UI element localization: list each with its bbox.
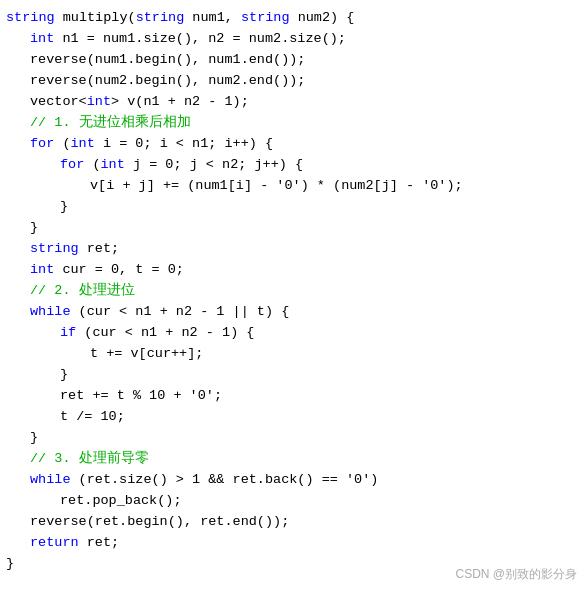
token-cmt: // 2. 处理进位 xyxy=(30,281,135,302)
code-line: string multiply(string num1, string num2… xyxy=(0,8,587,29)
token-kw: string xyxy=(241,8,290,29)
token-kw: for xyxy=(30,134,54,155)
token-kw: string xyxy=(136,8,185,29)
token-kw: while xyxy=(30,302,71,323)
code-line: // 2. 处理进位 xyxy=(0,281,587,302)
token-plain: ret.pop_back(); xyxy=(60,491,182,512)
token-plain: > v(n1 + n2 - 1); xyxy=(111,92,249,113)
token-cmt: // 1. 无进位相乘后相加 xyxy=(30,113,191,134)
token-plain: ( xyxy=(84,155,100,176)
token-plain: t /= 10; xyxy=(60,407,125,428)
token-kw: string xyxy=(30,239,79,260)
code-line: // 1. 无进位相乘后相加 xyxy=(0,113,587,134)
token-kw: int xyxy=(87,92,111,113)
code-line: reverse(num2.begin(), num2.end()); xyxy=(0,71,587,92)
watermark: CSDN @别致的影分身 xyxy=(455,565,577,584)
code-lines: string multiply(string num1, string num2… xyxy=(0,8,587,575)
token-plain: cur = 0, t = 0; xyxy=(54,260,184,281)
token-kw: for xyxy=(60,155,84,176)
token-plain: num1, xyxy=(184,8,241,29)
token-plain: ret; xyxy=(79,533,120,554)
code-line: ret += t % 10 + '0'; xyxy=(0,386,587,407)
code-line: } xyxy=(0,197,587,218)
token-plain: t += v[cur++]; xyxy=(90,344,203,365)
code-line: t /= 10; xyxy=(0,407,587,428)
code-line: for (int j = 0; j < n2; j++) { xyxy=(0,155,587,176)
token-plain: multiply( xyxy=(55,8,136,29)
code-line: reverse(num1.begin(), num1.end()); xyxy=(0,50,587,71)
token-kw: int xyxy=(71,134,95,155)
token-plain: reverse(num1.begin(), num1.end()); xyxy=(30,50,305,71)
code-line: for (int i = 0; i < n1; i++) { xyxy=(0,134,587,155)
code-line: int cur = 0, t = 0; xyxy=(0,260,587,281)
token-kw: if xyxy=(60,323,76,344)
token-plain: n1 = num1.size(), n2 = num2.size(); xyxy=(54,29,346,50)
token-kw: int xyxy=(30,260,54,281)
token-plain: i = 0; i < n1; i++) { xyxy=(95,134,273,155)
token-kw: return xyxy=(30,533,79,554)
code-line: } xyxy=(0,365,587,386)
token-kw: int xyxy=(30,29,54,50)
token-plain: ret; xyxy=(79,239,120,260)
token-kw: int xyxy=(101,155,125,176)
token-plain: reverse(ret.begin(), ret.end()); xyxy=(30,512,289,533)
token-plain: } xyxy=(6,554,14,575)
token-plain: v[i + j] += (num1[i] - '0') * (num2[j] -… xyxy=(90,176,463,197)
code-line: // 3. 处理前导零 xyxy=(0,449,587,470)
code-line: string ret; xyxy=(0,239,587,260)
token-plain: } xyxy=(30,218,38,239)
token-plain: vector< xyxy=(30,92,87,113)
token-plain: ret += t % 10 + '0'; xyxy=(60,386,222,407)
code-container: string multiply(string num1, string num2… xyxy=(0,0,587,590)
code-line: int n1 = num1.size(), n2 = num2.size(); xyxy=(0,29,587,50)
token-plain: (ret.size() > 1 && ret.back() == '0') xyxy=(71,470,379,491)
code-line: ret.pop_back(); xyxy=(0,491,587,512)
token-plain: num2) { xyxy=(290,8,355,29)
token-plain: j = 0; j < n2; j++) { xyxy=(125,155,303,176)
token-kw: while xyxy=(30,470,71,491)
code-line: reverse(ret.begin(), ret.end()); xyxy=(0,512,587,533)
code-line: v[i + j] += (num1[i] - '0') * (num2[j] -… xyxy=(0,176,587,197)
code-line: } xyxy=(0,428,587,449)
token-plain: } xyxy=(60,197,68,218)
token-cmt: // 3. 处理前导零 xyxy=(30,449,149,470)
token-plain: (cur < n1 + n2 - 1 || t) { xyxy=(71,302,290,323)
code-line: while (ret.size() > 1 && ret.back() == '… xyxy=(0,470,587,491)
token-plain: } xyxy=(60,365,68,386)
code-line: while (cur < n1 + n2 - 1 || t) { xyxy=(0,302,587,323)
token-plain: (cur < n1 + n2 - 1) { xyxy=(76,323,254,344)
code-line: return ret; xyxy=(0,533,587,554)
token-plain: } xyxy=(30,428,38,449)
code-line: } xyxy=(0,218,587,239)
token-plain: reverse(num2.begin(), num2.end()); xyxy=(30,71,305,92)
code-line: vector<int> v(n1 + n2 - 1); xyxy=(0,92,587,113)
code-line: t += v[cur++]; xyxy=(0,344,587,365)
token-plain: ( xyxy=(54,134,70,155)
code-line: if (cur < n1 + n2 - 1) { xyxy=(0,323,587,344)
token-kw: string xyxy=(6,8,55,29)
